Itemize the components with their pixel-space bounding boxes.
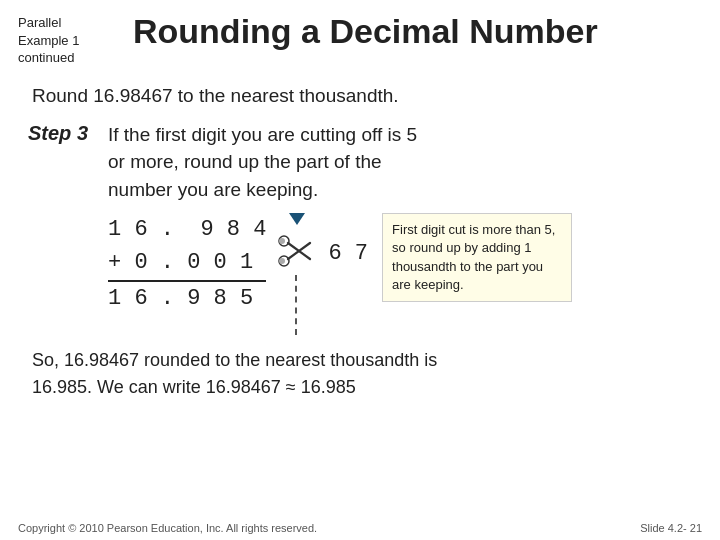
so-conclusion: So, 16.98467 rounded to the nearest thou… <box>28 347 692 401</box>
math-line-3: 1 6 . 9 8 5 <box>108 282 266 315</box>
sidebar-label: Parallel Example 1 continued <box>18 10 123 67</box>
math-line-1: 1 6 . 9 8 4 <box>108 213 266 246</box>
step-description: If the first digit you are cutting off i… <box>108 121 417 204</box>
slide-number: Slide 4.2- 21 <box>640 522 702 534</box>
footer: Copyright © 2010 Pearson Education, Inc.… <box>0 522 720 534</box>
header: Parallel Example 1 continued Rounding a … <box>0 0 720 75</box>
math-line-2: + 0 . 0 0 1 <box>108 246 266 282</box>
calculation-area: 1 6 . 9 8 4 + 0 . 0 0 1 1 6 . 9 8 5 <box>108 213 692 335</box>
page-title: Rounding a Decimal Number <box>133 10 598 51</box>
step-row: Step 3 If the first digit you are cuttin… <box>28 121 692 204</box>
step-label: Step 3 <box>28 121 108 145</box>
scissors-icon <box>274 229 318 273</box>
cut-dashed-line <box>295 275 297 335</box>
svg-point-5 <box>279 258 285 264</box>
math-block: 1 6 . 9 8 4 + 0 . 0 0 1 1 6 . 9 8 5 <box>108 213 266 315</box>
arrow-down-icon <box>289 213 305 225</box>
copyright-text: Copyright © 2010 Pearson Education, Inc.… <box>18 522 317 534</box>
main-content: Round 16.98467 to the nearest thousandth… <box>0 75 720 402</box>
cut-digits: 6 7 <box>328 241 368 266</box>
callout-box: First digit cut is more than 5, so round… <box>382 213 572 302</box>
svg-point-4 <box>279 238 285 244</box>
scissors-area <box>274 209 318 335</box>
instruction-text: Round 16.98467 to the nearest thousandth… <box>28 85 692 107</box>
